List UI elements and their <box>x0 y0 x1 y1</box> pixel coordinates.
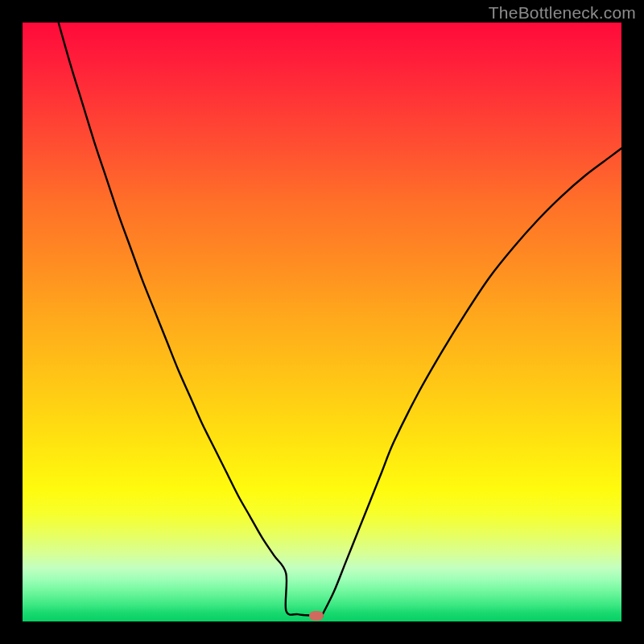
plot-area <box>23 23 621 621</box>
watermark-text: TheBottleneck.com <box>489 3 636 23</box>
chart-frame: TheBottleneck.com <box>0 0 644 644</box>
valley-marker <box>309 611 324 621</box>
curve-path <box>59 23 621 617</box>
bottleneck-curve <box>23 23 621 621</box>
